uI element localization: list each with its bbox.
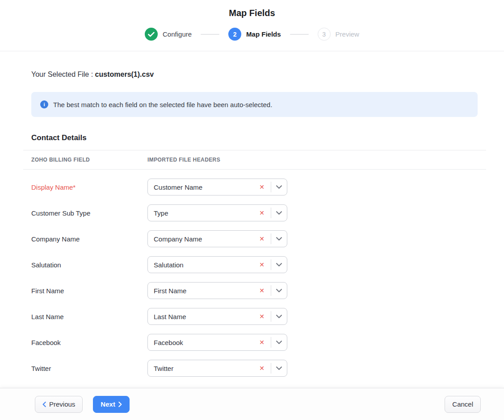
previous-button[interactable]: Previous (35, 396, 83, 413)
next-button[interactable]: Next (93, 396, 130, 413)
field-label: First Name (23, 287, 147, 295)
select-value: Last Name (148, 313, 256, 320)
cancel-button-label: Cancel (452, 400, 473, 408)
field-label: Twitter (23, 365, 147, 372)
wizard-header: Map Fields Configure 2 Map Fields 3 Prev… (0, 0, 504, 51)
table-row: Display Name* Customer Name ✕ (23, 179, 486, 195)
select-value: Company Name (148, 235, 256, 243)
info-banner: i The best match to each field on the se… (31, 92, 478, 117)
clear-selection-icon[interactable]: ✕ (256, 312, 271, 321)
table-header-row: ZOHO BILLING FIELD IMPORTED FILE HEADERS (23, 150, 486, 170)
select-value: Facebook (148, 339, 256, 346)
cancel-button[interactable]: Cancel (445, 396, 481, 413)
step-configure[interactable]: Configure (145, 28, 192, 41)
step-map-fields[interactable]: 2 Map Fields (228, 28, 281, 41)
step-divider (290, 34, 309, 35)
clear-selection-icon[interactable]: ✕ (256, 363, 271, 373)
chevron-down-icon[interactable] (271, 257, 287, 273)
header-select[interactable]: Type ✕ (147, 204, 287, 221)
check-icon (145, 28, 158, 41)
chevron-down-icon[interactable] (271, 231, 287, 247)
step-preview[interactable]: 3 Preview (318, 28, 359, 41)
step-preview-label: Preview (336, 30, 359, 38)
wizard-stepper: Configure 2 Map Fields 3 Preview (0, 28, 504, 41)
select-value: Customer Name (148, 183, 256, 191)
table-row: First Name First Name ✕ (23, 282, 486, 299)
table-row: Facebook Facebook ✕ (23, 334, 486, 351)
previous-button-label: Previous (49, 400, 75, 408)
table-row: Last Name Last Name ✕ (23, 308, 486, 325)
step-map-fields-label: Map Fields (246, 30, 281, 38)
page-title: Map Fields (0, 7, 504, 19)
chevron-down-icon[interactable] (271, 360, 287, 376)
select-value: First Name (148, 287, 256, 295)
info-icon: i (40, 100, 48, 108)
step-number-badge: 2 (228, 28, 241, 41)
field-label: Salutation (23, 261, 147, 269)
field-label: Last Name (23, 313, 147, 320)
header-select[interactable]: Facebook ✕ (147, 334, 287, 351)
selected-file-line: Your Selected File : customers(1).csv (31, 70, 486, 79)
header-select[interactable]: Last Name ✕ (147, 308, 287, 325)
header-select[interactable]: Customer Name ✕ (147, 179, 287, 195)
clear-selection-icon[interactable]: ✕ (256, 182, 271, 192)
next-button-label: Next (101, 400, 115, 408)
step-configure-label: Configure (163, 30, 192, 38)
clear-selection-icon[interactable]: ✕ (256, 234, 271, 244)
select-value: Type (148, 209, 256, 217)
field-rows: Display Name* Customer Name ✕ Customer S… (23, 179, 486, 377)
column-header-billing-field: ZOHO BILLING FIELD (23, 157, 147, 163)
table-row: Customer Sub Type Type ✕ (23, 204, 486, 221)
header-select[interactable]: Twitter ✕ (147, 360, 287, 377)
column-header-imported-headers: IMPORTED FILE HEADERS (147, 157, 486, 163)
chevron-down-icon[interactable] (271, 283, 287, 299)
step-divider (201, 34, 219, 35)
step-number-badge: 3 (318, 28, 331, 41)
section-title: Contact Details (31, 133, 504, 143)
header-select[interactable]: Salutation ✕ (147, 256, 287, 273)
field-label: Display Name* (23, 183, 147, 191)
selected-file-name: customers(1).csv (95, 71, 154, 78)
field-label: Company Name (23, 235, 147, 243)
chevron-left-icon (42, 402, 46, 407)
clear-selection-icon[interactable]: ✕ (256, 208, 271, 218)
chevron-down-icon[interactable] (271, 308, 287, 324)
chevron-down-icon[interactable] (271, 205, 287, 221)
chevron-right-icon (118, 402, 122, 407)
select-value: Twitter (148, 365, 256, 372)
info-banner-text: The best match to each field on the sele… (53, 101, 272, 108)
chevron-down-icon[interactable] (271, 334, 287, 350)
table-row: Salutation Salutation ✕ (23, 256, 486, 273)
table-row: Twitter Twitter ✕ (23, 360, 486, 377)
field-mapping-table: ZOHO BILLING FIELD IMPORTED FILE HEADERS… (23, 150, 486, 377)
chevron-down-icon[interactable] (271, 179, 287, 195)
table-row: Company Name Company Name ✕ (23, 230, 486, 247)
header-select[interactable]: Company Name ✕ (147, 230, 287, 247)
clear-selection-icon[interactable]: ✕ (256, 337, 271, 347)
clear-selection-icon[interactable]: ✕ (256, 286, 271, 295)
selected-file-label: Your Selected File : (31, 71, 93, 78)
header-select[interactable]: First Name ✕ (147, 282, 287, 299)
clear-selection-icon[interactable]: ✕ (256, 260, 271, 270)
field-label: Customer Sub Type (23, 209, 147, 217)
field-label: Facebook (23, 339, 147, 346)
footer-action-bar: Previous Next Cancel (0, 388, 504, 420)
select-value: Salutation (148, 261, 256, 269)
